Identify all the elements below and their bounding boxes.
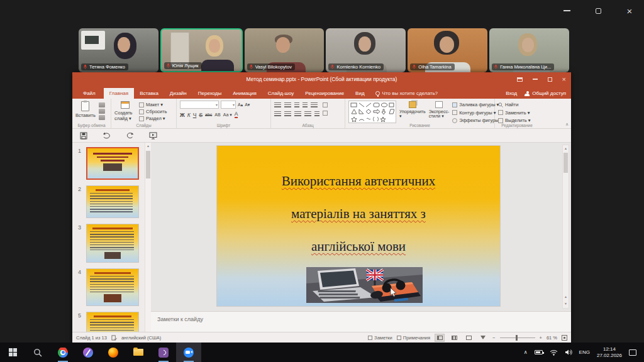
taskbar-viber-icon[interactable] (151, 343, 176, 362)
align-left-icon[interactable] (274, 111, 281, 117)
italic-button[interactable]: К (187, 112, 191, 118)
taskbar-file-explorer-icon[interactable] (126, 343, 151, 362)
line-spacing-icon[interactable] (311, 102, 318, 108)
replace-button[interactable]: Заменить ▾ (498, 110, 530, 116)
speaker-icon[interactable] (565, 349, 572, 356)
view-reading-button[interactable] (464, 334, 474, 342)
tab-insert[interactable]: Вставка (134, 88, 164, 99)
notes-pane[interactable]: Заметки к слайду (151, 311, 571, 332)
align-right-icon[interactable] (294, 111, 301, 117)
increase-indent-icon[interactable] (303, 102, 308, 108)
minimize-icon[interactable] (558, 4, 575, 17)
start-button[interactable] (0, 343, 25, 362)
tab-design[interactable]: Дизайн (164, 88, 192, 99)
sign-in-button[interactable]: Вход (506, 90, 517, 96)
close-icon[interactable]: × (621, 4, 638, 17)
select-button[interactable]: Выделить ▾ (498, 118, 530, 123)
spellcheck-icon[interactable] (111, 335, 117, 341)
tell-me-box[interactable]: Что вы хотите сделать? (375, 90, 438, 96)
slide-thumbnail-3[interactable]: 3 (86, 224, 138, 263)
slide-thumbnail-5[interactable]: 5 (86, 312, 138, 332)
tab-review[interactable]: Рецензирование (299, 88, 350, 99)
thumbnail-scrollbar[interactable]: ▲ (145, 143, 151, 332)
text-direction-icon[interactable] (323, 102, 328, 107)
format-painter-icon[interactable] (99, 115, 105, 120)
tab-transitions[interactable]: Переходы (192, 88, 228, 99)
font-name-combo[interactable]: ▾ (180, 101, 219, 109)
copy-icon[interactable] (99, 109, 105, 114)
section-button[interactable]: Раздел ▾ (139, 116, 167, 121)
tab-view[interactable]: Вид (350, 88, 370, 99)
reset-button[interactable]: Сбросить (139, 109, 167, 114)
paste-button[interactable]: Вставить (75, 101, 96, 118)
slide-title[interactable]: Використання автентичних матеріалів на з… (217, 173, 500, 255)
current-slide[interactable]: Використання автентичних матеріалів на з… (217, 146, 500, 306)
shapes-gallery[interactable] (348, 101, 396, 123)
next-slide-icon[interactable]: ▼ (563, 300, 569, 307)
cut-icon[interactable] (99, 102, 105, 107)
video-tile[interactable]: Kornienko Kornienko (326, 28, 406, 72)
zoom-slider[interactable] (500, 337, 535, 338)
bullets-icon[interactable] (274, 102, 281, 108)
change-case-button[interactable]: Аа ▾ (223, 112, 232, 118)
decrease-indent-icon[interactable] (294, 102, 299, 108)
clock[interactable]: 12:14 27.02.2026 (597, 346, 622, 358)
taskbar-paint3d-icon[interactable] (75, 343, 101, 362)
ppt-minimize-icon[interactable] (533, 79, 538, 80)
ribbon-display-options-icon[interactable] (517, 77, 523, 82)
font-color-button[interactable]: А (235, 111, 238, 118)
taskbar-firefox-icon[interactable] (101, 343, 126, 362)
battery-icon[interactable] (535, 350, 543, 354)
underline-button[interactable]: Ч (193, 112, 197, 118)
action-center-icon[interactable] (629, 349, 636, 356)
tab-slideshow[interactable]: Слайд-шоу (262, 88, 299, 99)
redo-icon[interactable] (126, 132, 134, 139)
grow-font-icon[interactable]: А▴ (238, 102, 243, 107)
view-slideshow-button[interactable] (478, 334, 488, 342)
taskbar-chrome-icon[interactable] (50, 343, 75, 362)
zoom-out-icon[interactable]: − (492, 335, 495, 341)
slide-canvas[interactable]: Використання автентичних матеріалів на з… (151, 143, 571, 311)
tab-file[interactable]: Файл (75, 88, 104, 99)
zoom-in-icon[interactable]: + (540, 335, 542, 341)
bold-button[interactable]: Ж (180, 112, 185, 118)
ppt-close-icon[interactable]: × (562, 75, 566, 83)
video-tile[interactable]: Vasyl Bilokopytov (245, 28, 325, 72)
find-button[interactable]: Найти (498, 102, 530, 107)
video-tile[interactable]: Ганна Миколаївна Ци... (489, 28, 569, 72)
shrink-font-icon[interactable]: А▾ (245, 102, 250, 107)
previous-slide-icon[interactable]: ▲ (563, 293, 569, 300)
collapse-ribbon-icon[interactable]: ∧ (565, 122, 569, 127)
notes-toggle-button[interactable]: Заметки (368, 335, 392, 341)
scroll-up-icon[interactable]: ▲ (563, 145, 569, 152)
ppt-restore-icon[interactable] (548, 77, 552, 82)
share-button[interactable]: Общий доступ (525, 90, 566, 96)
fit-slide-to-window-icon[interactable] (562, 335, 567, 341)
slide-scrollbar[interactable]: ▲ ▲ ▼ (562, 145, 569, 309)
quick-styles-button[interactable]: Экспресс-стили ▾ (429, 101, 450, 119)
start-slideshow-icon[interactable] (149, 132, 157, 140)
view-slide-sorter-button[interactable] (449, 334, 459, 342)
tab-home[interactable]: Главная (104, 88, 134, 99)
video-tile[interactable]: Olha Tamarkina (408, 28, 487, 72)
language-indicator[interactable]: английский (США) (121, 335, 161, 341)
slide-thumbnail-1[interactable]: 1 (86, 147, 138, 180)
layout-button[interactable]: Макет ▾ (139, 102, 167, 107)
wifi-icon[interactable] (550, 349, 558, 356)
new-slide-button[interactable]: Создать слайд ▾ (114, 101, 136, 121)
comments-toggle-button[interactable]: Примечания (397, 335, 430, 341)
undo-icon[interactable] (103, 132, 111, 139)
align-center-icon[interactable] (284, 111, 291, 117)
keyboard-language[interactable]: ENG (579, 349, 590, 355)
scroll-up-icon[interactable]: ▲ (145, 143, 151, 150)
justify-icon[interactable] (304, 111, 311, 117)
save-icon[interactable] (80, 132, 87, 140)
slide-thumbnail-2[interactable]: 2 (86, 185, 138, 218)
zoom-level[interactable]: 61 % (547, 335, 557, 341)
text-shadow-button[interactable]: abc (205, 112, 212, 117)
view-normal-button[interactable] (435, 334, 445, 342)
taskbar-search-button[interactable] (25, 343, 50, 362)
arrange-button[interactable]: Упорядочить ▾ (399, 101, 426, 119)
video-tile-active-speaker[interactable]: Юлія Лущик (160, 28, 243, 72)
slide-image-laptop-uk-flag[interactable] (306, 267, 423, 303)
